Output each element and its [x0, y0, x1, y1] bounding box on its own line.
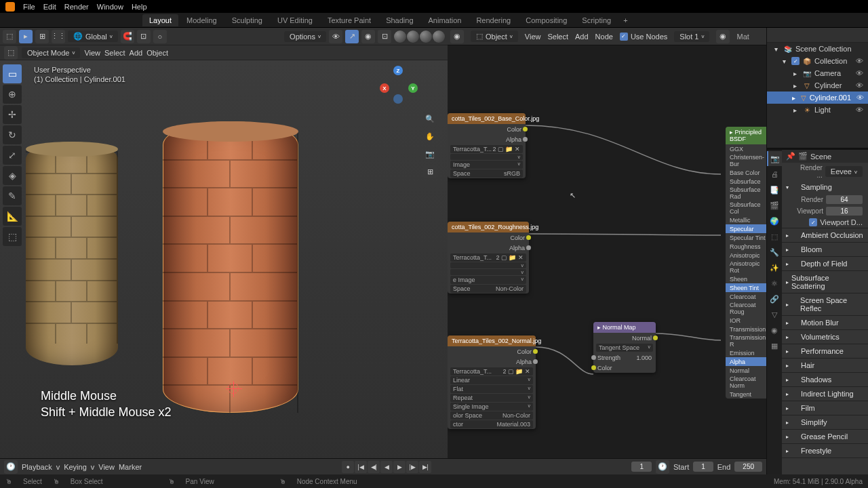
use-nodes-checkbox[interactable]: ✓	[620, 33, 628, 41]
rendered-shading[interactable]	[433, 30, 445, 43]
data-tab[interactable]: ▽	[767, 307, 782, 322]
numfield[interactable]: 64	[826, 195, 863, 204]
bsdf-input[interactable]: GGX	[726, 144, 766, 153]
bsdf-input[interactable]: Sheen	[726, 274, 766, 283]
play[interactable]: ▶	[393, 461, 406, 473]
outliner-collection[interactable]: ▾✓📦Collection 👁	[767, 55, 868, 67]
tab-add[interactable]: +	[619, 14, 631, 26]
output-tab[interactable]: 🖨	[767, 167, 782, 182]
ne-type-icon[interactable]: ◉	[450, 30, 464, 43]
modifier-tab[interactable]: 🔧	[767, 245, 782, 260]
physics-tab[interactable]: ⚛	[767, 276, 782, 291]
object-tab[interactable]: ⬚	[767, 229, 782, 244]
annotate-tool[interactable]: ✎	[3, 186, 22, 205]
vp-menu-select[interactable]: Select	[104, 49, 125, 57]
texture-tab[interactable]: ▦	[767, 338, 782, 353]
material-icon[interactable]: ◉	[716, 30, 730, 43]
section-header[interactable]: ▸Depth of Field	[782, 257, 868, 270]
bsdf-input[interactable]: Specular	[726, 224, 766, 233]
bsdf-input[interactable]: Subsurface Col	[726, 201, 766, 216]
pin-icon[interactable]: 📌	[786, 152, 795, 161]
overlay-icon[interactable]: ◉	[361, 30, 375, 43]
next-key[interactable]: |▶	[406, 461, 418, 473]
autokey-icon[interactable]: ●	[342, 461, 354, 473]
bsdf-input[interactable]: Alpha	[726, 357, 766, 366]
cylinder-object[interactable]	[26, 142, 118, 365]
shading-modes[interactable]	[394, 30, 445, 43]
bsdf-input[interactable]: Subsurface Rad	[726, 186, 766, 201]
outliner-scene-collection[interactable]: ▾📚Scene Collection	[767, 43, 868, 55]
bsdf-input[interactable]: Anisotropic Rot	[726, 260, 766, 274]
outliner[interactable]: ▾📚Scene Collection ▾✓📦Collection 👁 ▸📷Cam…	[767, 28, 868, 150]
engine-dropdown[interactable]: Eeveev	[825, 166, 863, 177]
tab-scripting[interactable]: Scripting	[575, 14, 618, 26]
add-tool[interactable]: ⬚	[3, 227, 22, 246]
current-frame[interactable]: 1	[631, 462, 652, 472]
tl-view[interactable]: View	[98, 463, 115, 471]
menu-window[interactable]: Window	[97, 3, 123, 11]
tab-animation[interactable]: Animation	[422, 14, 469, 26]
principled-bsdf-node[interactable]: ▸ Principled BSDF GGXChristensen-BurBase…	[726, 127, 766, 399]
section-header[interactable]: ▸Ambient Occlusion	[782, 228, 868, 242]
section-header[interactable]: ▸Indirect Lighting	[782, 387, 868, 401]
jump-start[interactable]: |◀	[355, 461, 367, 473]
bsdf-input[interactable]: Christensen-Bur	[726, 153, 766, 168]
prev-key[interactable]: ◀|	[368, 461, 380, 473]
transform-tool[interactable]: ◈	[3, 166, 22, 185]
neg-z-axis[interactable]	[393, 94, 403, 104]
constraint-tab[interactable]: 🔗	[767, 291, 782, 306]
section-header[interactable]: ▸Subsurface Scattering	[782, 271, 868, 293]
gizmo-icon[interactable]: ↗	[345, 30, 359, 43]
gizmo-toggle[interactable]: ⊞	[35, 30, 49, 43]
tab-shading[interactable]: Shading	[379, 14, 420, 26]
cylinder001-object[interactable]	[163, 121, 298, 413]
bsdf-input[interactable]: Normal	[726, 366, 766, 375]
bsdf-input[interactable]: Tangent	[726, 390, 766, 399]
bsdf-input[interactable]: Roughness	[726, 242, 766, 251]
move-tool[interactable]: ✢	[3, 105, 22, 124]
slot-dropdown[interactable]: Slot 1v	[674, 31, 709, 42]
rotate-tool[interactable]: ↻	[3, 125, 22, 144]
snap-icon[interactable]: 🧲	[121, 30, 134, 43]
image-node-normal[interactable]: Terracotta_Tiles_002_Normal.jpg Color Al…	[448, 336, 536, 429]
section-header[interactable]: ▾Sampling	[782, 180, 868, 194]
camera-view-icon[interactable]: 📷	[423, 147, 437, 161]
bsdf-input[interactable]: Base Color	[726, 168, 766, 177]
section-header[interactable]: ▸Shadows	[782, 373, 868, 386]
wire-shading[interactable]	[394, 30, 406, 43]
section-header[interactable]: ▸Performance	[782, 344, 868, 358]
vp-menu-add[interactable]: Add	[130, 49, 143, 57]
start-frame[interactable]: 1	[693, 462, 713, 472]
vp-menu-view[interactable]: View	[84, 49, 100, 57]
section-header[interactable]: ▸Volumetrics	[782, 330, 868, 344]
bsdf-input[interactable]: Metallic	[726, 216, 766, 224]
ne-select[interactable]: Select	[547, 33, 568, 41]
timeline-type-icon[interactable]: 🕐	[4, 460, 18, 474]
tab-uv[interactable]: UV Editing	[271, 14, 319, 26]
outliner-item-cylinder[interactable]: ▸▽Cylinder👁	[767, 79, 868, 92]
numfield[interactable]: 16	[826, 207, 863, 216]
orientation-dropdown[interactable]: 🌐 Global v	[68, 30, 118, 42]
tl-marker[interactable]: Marker	[119, 463, 142, 471]
zoom-icon[interactable]: 🔍	[423, 112, 437, 125]
snap-type[interactable]: ⊡	[137, 30, 151, 43]
bsdf-input[interactable]: Emission	[726, 348, 766, 357]
bsdf-input[interactable]: Clearcoat Roug	[726, 301, 766, 316]
3d-viewport[interactable]: ⬚ ▸ ⊞ ⋮⋮ 🌐 Global v 🧲 ⊡ ○ Optionsv 👁 ↗ ◉…	[0, 28, 448, 474]
play-rev[interactable]: ◀	[380, 461, 393, 473]
section-header[interactable]: ▸Screen Space Reflec	[782, 293, 868, 315]
ne-view[interactable]: View	[525, 33, 541, 41]
scene-tab[interactable]: 🎬	[767, 198, 782, 213]
section-header[interactable]: ▸Bloom	[782, 243, 868, 256]
options-dropdown[interactable]: Optionsv	[284, 31, 326, 42]
bsdf-input[interactable]: Transmission R	[726, 333, 766, 348]
outliner-item-light[interactable]: ▸☀Light👁	[767, 104, 868, 116]
bsdf-input[interactable]: Anisotropic	[726, 251, 766, 260]
menu-help[interactable]: Help	[132, 3, 147, 11]
section-header[interactable]: ▸Freestyle	[782, 444, 868, 458]
menu-render[interactable]: Render	[64, 3, 89, 11]
material-tab[interactable]: ◉	[767, 323, 782, 338]
tab-layout[interactable]: Layout	[142, 14, 178, 26]
y-axis[interactable]: Y	[408, 83, 418, 93]
bsdf-input[interactable]: Clearcoat	[726, 292, 766, 301]
